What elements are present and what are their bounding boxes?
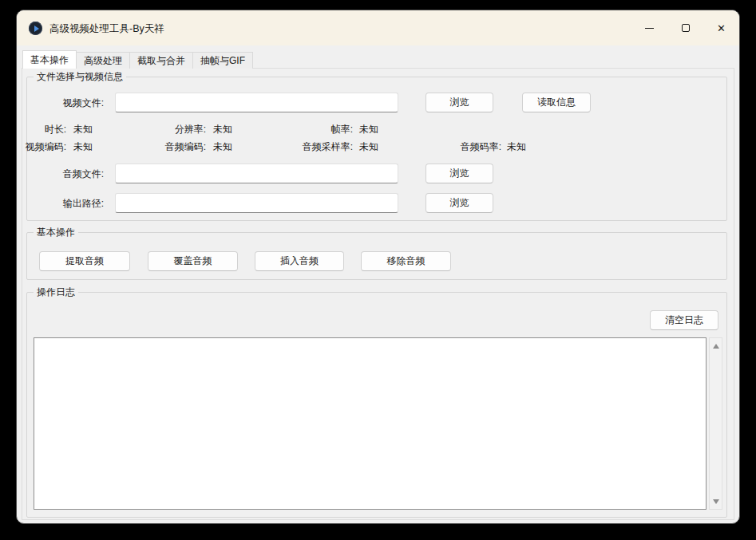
audio-codec-value: 未知 bbox=[213, 140, 232, 153]
title-bar[interactable]: 高级视频处理工具-By天祥 ✕ bbox=[17, 10, 739, 45]
operation-log-group: 操作日志 清空日志 bbox=[26, 292, 727, 518]
remove-audio-button[interactable]: 移除音频 bbox=[361, 251, 451, 271]
video-browse-button[interactable]: 浏览 bbox=[425, 93, 493, 112]
insert-audio-button[interactable]: 插入音频 bbox=[255, 251, 344, 271]
file-selection-group-title: 文件选择与视频信息 bbox=[34, 71, 126, 83]
audio-bitrate-value: 未知 bbox=[507, 140, 526, 153]
audio-bitrate-label: 音频码率: bbox=[461, 140, 501, 153]
file-selection-group: 文件选择与视频信息 视频文件: 浏览 读取信息 时长: 未知 分辨率: 未知 帧… bbox=[26, 77, 727, 221]
output-path-label: 输出路径: bbox=[63, 197, 104, 210]
video-codec-value: 未知 bbox=[73, 140, 93, 153]
close-button[interactable]: ✕ bbox=[703, 11, 739, 45]
audio-file-label: 音频文件: bbox=[63, 168, 104, 180]
video-file-label: 视频文件: bbox=[63, 97, 104, 109]
sample-rate-label: 音频采样率: bbox=[303, 140, 353, 153]
window-controls: ✕ bbox=[631, 11, 739, 45]
duration-label: 时长: bbox=[45, 123, 66, 136]
duration-value: 未知 bbox=[73, 123, 93, 136]
tab-bar: 基本操作 高级处理 截取与合并 抽帧与GIF bbox=[22, 50, 253, 69]
log-scrollbar[interactable] bbox=[709, 337, 722, 510]
tab-frames-and-gif[interactable]: 抽帧与GIF bbox=[192, 52, 253, 69]
scroll-down-button[interactable] bbox=[710, 495, 722, 507]
framerate-label: 帧率: bbox=[331, 123, 353, 136]
maximize-icon bbox=[682, 24, 690, 32]
log-text-area[interactable] bbox=[34, 337, 707, 510]
tab-advanced-processing[interactable]: 高级处理 bbox=[76, 52, 130, 69]
app-icon bbox=[29, 22, 42, 35]
resolution-value: 未知 bbox=[213, 123, 232, 136]
window-title: 高级视频处理工具-By天祥 bbox=[49, 22, 164, 36]
output-path-input[interactable] bbox=[115, 193, 398, 213]
basic-operations-group: 基本操作 提取音频 覆盖音频 插入音频 移除音频 bbox=[26, 232, 727, 280]
maximize-button[interactable] bbox=[667, 11, 703, 45]
read-info-button[interactable]: 读取信息 bbox=[522, 93, 591, 112]
tab-basic-operations[interactable]: 基本操作 bbox=[22, 50, 77, 69]
operation-log-group-title: 操作日志 bbox=[34, 286, 78, 298]
tab-cut-and-merge[interactable]: 截取与合并 bbox=[129, 52, 193, 69]
minimize-icon bbox=[645, 28, 654, 29]
audio-file-input[interactable] bbox=[115, 164, 398, 183]
output-browse-button[interactable]: 浏览 bbox=[425, 193, 493, 213]
sample-rate-value: 未知 bbox=[359, 140, 378, 153]
scroll-down-icon bbox=[713, 499, 719, 504]
minimize-button[interactable] bbox=[631, 11, 667, 45]
clear-log-button[interactable]: 清空日志 bbox=[650, 310, 718, 330]
framerate-value: 未知 bbox=[359, 123, 378, 136]
app-window: 高级视频处理工具-By天祥 ✕ 基本操作 高级处理 截取与合并 抽帧与GIF 文… bbox=[16, 10, 740, 524]
extract-audio-button[interactable]: 提取音频 bbox=[39, 251, 130, 271]
video-codec-label: 视频编码: bbox=[26, 140, 66, 153]
audio-browse-button[interactable]: 浏览 bbox=[425, 164, 493, 183]
overwrite-audio-button[interactable]: 覆盖音频 bbox=[148, 251, 238, 271]
resolution-label: 分辨率: bbox=[175, 123, 206, 136]
scroll-up-icon bbox=[713, 344, 719, 349]
play-icon bbox=[34, 26, 39, 32]
basic-operations-group-title: 基本操作 bbox=[34, 227, 78, 238]
close-icon: ✕ bbox=[717, 23, 726, 34]
video-file-input[interactable] bbox=[115, 93, 398, 112]
scroll-up-button[interactable] bbox=[710, 340, 722, 352]
audio-codec-label: 音频编码: bbox=[165, 140, 206, 153]
